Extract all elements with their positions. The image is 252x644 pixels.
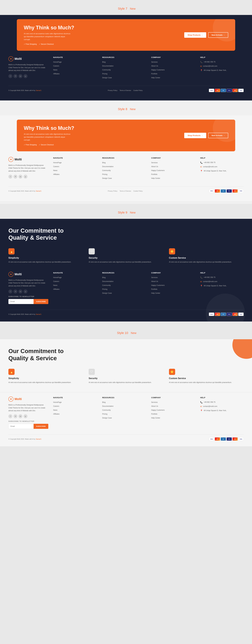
co-happy-8[interactable]: Happy Customers (151, 170, 165, 172)
subscribe-button-10[interactable]: SUBSCRIBE (34, 424, 48, 429)
res-design-7[interactable]: Design Case (102, 77, 112, 79)
res-design-9[interactable]: Design Case (102, 292, 112, 294)
res-pricing-10[interactable]: Pricing (102, 413, 107, 415)
nav-homepage-7[interactable]: HomePage (53, 61, 62, 63)
feature-simplicity-9: 🔥 Simplicity At vero eos et accusamus iu… (9, 248, 83, 264)
logo-icon-9: M (9, 272, 14, 277)
nav-careers-10[interactable]: Careers (53, 405, 59, 407)
help-address-item-7: 📍 49 Uniqe Square D, New York, (200, 69, 243, 72)
social-pinterest-8[interactable]: p (24, 175, 28, 178)
social-facebook-9[interactable]: f (9, 290, 12, 294)
res-docs-8[interactable]: Documentation (102, 166, 113, 168)
res-pricing-8[interactable]: Pricing (102, 174, 107, 175)
res-docs-9[interactable]: Documentation (102, 280, 113, 282)
social-pinterest-10[interactable]: p (24, 414, 28, 418)
res-blog-8[interactable]: Blog (102, 162, 105, 164)
social-instagram-8[interactable]: in (19, 175, 22, 178)
shop-products-button-8[interactable]: Shop Products → (184, 133, 206, 138)
privacy-link-7[interactable]: Privacy Policy (108, 90, 117, 91)
social-facebook-7[interactable]: f (9, 74, 12, 78)
res-docs-7[interactable]: Documentation (102, 65, 113, 67)
res-pricing-9[interactable]: Pricing (102, 288, 107, 290)
nav-affiliates-9[interactable]: Affiliates (53, 288, 60, 290)
co-happy-9[interactable]: Happy Customers (151, 284, 165, 286)
res-community-7[interactable]: Community (102, 69, 111, 71)
res-blog-7[interactable]: Blog (102, 61, 105, 63)
newsletter-email-9[interactable] (9, 299, 34, 304)
co-services-9[interactable]: Services (151, 276, 158, 278)
social-instagram-10[interactable]: in (19, 414, 22, 418)
nav-careers-7[interactable]: Careers (53, 65, 59, 67)
features-row-10: 🔥 Simplicity At vero eos et accusamus iu… (9, 369, 243, 384)
terms-link-7[interactable]: Terms of Service (120, 90, 131, 91)
simplicity-title-10: Simplicity (9, 377, 83, 380)
location-icon-9: 📍 (200, 285, 203, 287)
res-design-8[interactable]: Design Case (102, 177, 112, 179)
co-about-7[interactable]: About Us (151, 65, 158, 67)
res-community-8[interactable]: Community (102, 170, 111, 172)
co-portfolio-10[interactable]: Portfolio (151, 413, 157, 415)
nav-news-8[interactable]: News (53, 170, 57, 172)
co-services-7[interactable]: Services (151, 61, 158, 63)
cookie-link-8[interactable]: Cookie Policy (133, 190, 143, 192)
nav-homepage-10[interactable]: HomePage (53, 401, 62, 403)
co-portfolio-8[interactable]: Portfolio (151, 174, 157, 175)
nav-news-7[interactable]: News (53, 69, 57, 71)
social-twitter-10[interactable]: ✕ (14, 414, 17, 418)
res-pricing-7[interactable]: Pricing (102, 73, 107, 75)
nav-careers-8[interactable]: Careers (53, 166, 59, 168)
nav-homepage-9[interactable]: HomePage (53, 276, 62, 278)
social-instagram-9[interactable]: in (19, 290, 22, 294)
cookie-link-7[interactable]: Cookie Policy (133, 90, 143, 91)
newsletter-email-10[interactable] (9, 424, 34, 429)
nav-homepage-8[interactable]: HomePage (53, 162, 62, 164)
simplicity-icon-10: 🔥 (9, 369, 15, 375)
res-community-10[interactable]: Community (102, 409, 111, 411)
nav-affiliates-7[interactable]: Affiliates (53, 73, 60, 75)
co-about-10[interactable]: About Us (151, 405, 158, 407)
co-help-8[interactable]: Help Center (151, 177, 160, 179)
help-email-item-10: ✉ contact@molti.com (200, 405, 243, 408)
res-docs-10[interactable]: Documentation (102, 405, 113, 407)
social-pinterest-7[interactable]: p (24, 74, 28, 78)
co-about-9[interactable]: About Us (151, 280, 158, 282)
footer-nav-col-7: NAVIGATE HomePage Careers News Affiliate… (53, 56, 97, 80)
res-design-10[interactable]: Design Case (102, 417, 112, 419)
co-portfolio-7[interactable]: Portfolio (151, 73, 157, 75)
footer-links-8: Privacy Policy Terms of Service Cookie P… (108, 190, 143, 192)
feature-simplicity-10: 🔥 Simplicity At vero eos et accusamus iu… (9, 369, 83, 384)
footer-top-8: M Molti Molti is a Professionally Design… (9, 157, 243, 181)
nav-affiliates-10[interactable]: Affiliates (53, 413, 60, 415)
social-facebook-10[interactable]: f (9, 414, 12, 418)
res-blog-10[interactable]: Blog (102, 401, 105, 403)
shop-products-button-7[interactable]: Shop Products → (184, 32, 206, 38)
res-community-9[interactable]: Community (102, 284, 111, 286)
co-help-9[interactable]: Help Center (151, 292, 160, 294)
co-help-7[interactable]: Help Center (151, 77, 160, 79)
social-twitter-7[interactable]: ✕ (14, 74, 17, 78)
social-instagram-7[interactable]: in (19, 74, 22, 78)
privacy-link-8[interactable]: Privacy Policy (108, 190, 117, 192)
brand-desc-8: Molti is a Professionally Designed Multi… (9, 164, 48, 172)
social-facebook-8[interactable]: f (9, 175, 12, 178)
nav-news-9[interactable]: News (53, 284, 57, 286)
social-pinterest-9[interactable]: p (24, 290, 28, 294)
subscribe-button-9[interactable]: SUBSCRIBE (34, 299, 48, 304)
nav-careers-9[interactable]: Careers (53, 280, 59, 282)
co-help-10[interactable]: Help Center (151, 417, 160, 419)
help-phone-item-7: 📞 +49 892 358 75 (200, 61, 243, 63)
nav-affiliates-8[interactable]: Affiliates (53, 174, 60, 175)
social-twitter-9[interactable]: ✕ (14, 290, 17, 294)
co-services-10[interactable]: Services (151, 401, 158, 403)
nav-news-10[interactable]: News (53, 409, 57, 411)
co-about-8[interactable]: About Us (151, 166, 158, 168)
co-portfolio-9[interactable]: Portfolio (151, 288, 157, 290)
res-blog-9[interactable]: Blog (102, 276, 105, 278)
custom-title-9: Custom Service (169, 257, 243, 259)
company-links-8: Services About Us Happy Customers Portfo… (151, 161, 195, 180)
social-twitter-8[interactable]: ✕ (14, 175, 17, 178)
co-services-8[interactable]: Services (151, 162, 158, 164)
co-happy-7[interactable]: Happy Customers (151, 69, 165, 71)
co-happy-10[interactable]: Happy Customers (151, 409, 165, 411)
terms-link-8[interactable]: Terms of Service (120, 190, 131, 192)
